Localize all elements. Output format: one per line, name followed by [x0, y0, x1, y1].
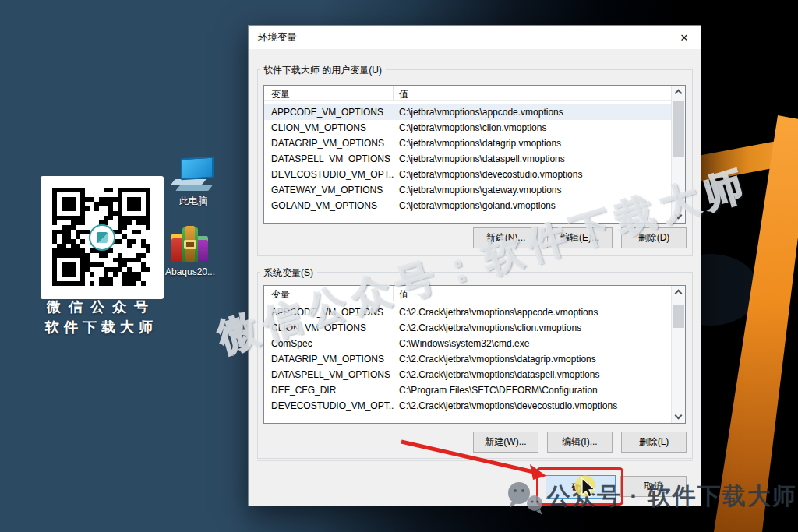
variable-row[interactable]: DATAGRIP_VM_OPTIONS C:\jetbra\vmoptions\…: [264, 136, 671, 151]
variable-value: C:\2.Crack\jetbra\vmoptions\devecostudio…: [394, 400, 671, 411]
dialog-titlebar[interactable]: 环境变量: [249, 26, 701, 49]
column-header-value[interactable]: 值: [394, 286, 671, 301]
variable-row[interactable]: ComSpec C:\Windows\system32\cmd.exe: [264, 336, 671, 351]
footer-separator: [257, 460, 693, 461]
system-variables-label: 系统变量(S): [260, 266, 317, 280]
user-variables-label: 软件下载大师 的用户变量(U): [260, 64, 386, 77]
scrollbar-thumb[interactable]: [673, 101, 684, 157]
variable-value: C:\jetbra\vmoptions\goland.vmoptions: [394, 200, 671, 211]
variable-value: C:\2.Crack\jetbra\vmoptions\dataspell.vm…: [394, 369, 671, 380]
scroll-down-icon[interactable]: [675, 412, 683, 420]
variable-value: C:\jetbra\vmoptions\clion.vmoptions: [394, 122, 671, 133]
scrollbar[interactable]: [671, 286, 685, 423]
qr-caption-line1: 微信公众号: [16, 298, 187, 316]
user-action-button[interactable]: 新建(N)...: [473, 227, 538, 248]
qr-code: [48, 184, 156, 291]
variable-value: C:\jetbra\vmoptions\gateway.vmoptions: [394, 185, 671, 196]
scroll-up-icon[interactable]: [675, 290, 683, 298]
variable-row[interactable]: DATASPELL_VM_OPTIONS C:\jetbra\vmoptions…: [264, 151, 671, 167]
user-variables-rows: APPCODE_VM_OPTIONS C:\jetbra\vmoptions\a…: [264, 101, 671, 213]
variable-value: C:\jetbra\vmoptions\dataspell.vmoptions: [394, 153, 671, 164]
scrollbar-thumb[interactable]: [673, 305, 684, 328]
system-action-button[interactable]: 删除(L): [621, 432, 687, 453]
user-variables-list[interactable]: 变量 值 APPCODE_VM_OPTIONS C:\jetbra\vmopti…: [263, 85, 686, 224]
variable-value: C:\2.Crack\jetbra\vmoptions\clion.vmopti…: [394, 322, 671, 333]
desktop-icon-label: 此电脑: [156, 195, 231, 208]
qr-caption-line2: 软件下载大师: [16, 318, 187, 336]
dialog-title: 环境变量: [249, 31, 297, 44]
desktop-screen: 微信公众号 软件下载大师 此电脑 Abaqus20... 环境变量 ✕ 软件下载…: [0, 0, 798, 532]
desktop-icon-label: Abaqus20...: [153, 266, 228, 277]
column-header-value[interactable]: 值: [394, 86, 671, 100]
scroll-up-icon[interactable]: [675, 90, 683, 97]
system-action-button[interactable]: 新建(W)...: [473, 432, 538, 453]
winrar-archive-icon: [170, 226, 210, 263]
variable-value: C:\jetbra\vmoptions\appcode.vmoptions: [394, 107, 671, 118]
variable-value: C:\2.Crack\jetbra\vmoptions\appcode.vmop…: [394, 307, 671, 318]
variable-row[interactable]: DEVECOSTUDIO_VM_OPT... C:\2.Crack\jetbra…: [264, 398, 671, 414]
qr-center-logo: [89, 224, 115, 251]
variable-value: C:\jetbra\vmoptions\devecostudio.vmoptio…: [394, 169, 671, 180]
variable-name: ComSpec: [264, 338, 394, 349]
variable-name: GOLAND_VM_OPTIONS: [264, 200, 394, 211]
system-variables-rows: APPCODE_VM_OPTIONS C:\2.Crack\jetbra\vmo…: [264, 301, 671, 414]
column-header-variable[interactable]: 变量: [264, 86, 394, 100]
cancel-button[interactable]: 取消: [620, 476, 687, 497]
variable-name: CLION_VM_OPTIONS: [264, 322, 394, 333]
variable-row[interactable]: GATEWAY_VM_OPTIONS C:\jetbra\vmoptions\g…: [264, 182, 671, 198]
variable-value: C:\jetbra\vmoptions\datagrip.vmoptions: [394, 138, 671, 149]
variable-row[interactable]: DEF_CFG_DIR C:\Program Files\SFTC\DEFORM…: [264, 382, 671, 398]
variable-name: DEVECOSTUDIO_VM_OPT...: [264, 400, 394, 411]
system-action-button[interactable]: 编辑(I)...: [547, 432, 613, 453]
scroll-down-icon[interactable]: [675, 212, 683, 220]
variable-name: DATAGRIP_VM_OPTIONS: [264, 138, 394, 149]
environment-variables-dialog: 环境变量 ✕ 软件下载大师 的用户变量(U) 变量 值 APPCODE_VM_O…: [248, 25, 701, 506]
variable-row[interactable]: APPCODE_VM_OPTIONS C:\2.Crack\jetbra\vmo…: [264, 305, 671, 320]
desktop-icon-abaqus-archive[interactable]: Abaqus20...: [153, 226, 228, 277]
variable-name: DATAGRIP_VM_OPTIONS: [264, 354, 394, 365]
user-variables-buttons: 新建(N)... 编辑(E)... 删除(D): [473, 227, 687, 248]
variable-name: APPCODE_VM_OPTIONS: [264, 107, 394, 118]
variable-name: GATEWAY_VM_OPTIONS: [264, 185, 394, 196]
close-icon[interactable]: ✕: [668, 26, 701, 49]
variable-name: CLION_VM_OPTIONS: [264, 122, 394, 133]
user-action-button[interactable]: 编辑(E)...: [547, 227, 613, 248]
variable-name: DATASPELL_VM_OPTIONS: [264, 369, 394, 380]
user-action-button[interactable]: 删除(D): [621, 227, 687, 248]
system-variables-buttons: 新建(W)... 编辑(I)... 删除(L): [473, 432, 687, 453]
variable-value: C:\Windows\system32\cmd.exe: [394, 338, 671, 349]
variable-row[interactable]: CLION_VM_OPTIONS C:\2.Crack\jetbra\vmopt…: [264, 320, 671, 336]
system-variables-list[interactable]: 变量 值 APPCODE_VM_OPTIONS C:\2.Crack\jetbr…: [263, 285, 686, 424]
list-header[interactable]: 变量 值: [264, 86, 671, 101]
variable-row[interactable]: DATAGRIP_VM_OPTIONS C:\2.Crack\jetbra\vm…: [264, 351, 671, 367]
variable-row[interactable]: CLION_VM_OPTIONS C:\jetbra\vmoptions\cli…: [264, 120, 671, 136]
variable-row[interactable]: DATASPELL_VM_OPTIONS C:\2.Crack\jetbra\v…: [264, 367, 671, 382]
variable-row[interactable]: GOLAND_VM_OPTIONS C:\jetbra\vmoptions\go…: [264, 198, 671, 213]
variable-row[interactable]: APPCODE_VM_OPTIONS C:\jetbra\vmoptions\a…: [264, 104, 671, 120]
this-pc-icon: [170, 157, 217, 192]
column-header-variable[interactable]: 变量: [264, 286, 394, 301]
variable-value: C:\2.Crack\jetbra\vmoptions\datagrip.vmo…: [394, 354, 671, 365]
variable-row[interactable]: DEVECOSTUDIO_VM_OPT... C:\jetbra\vmoptio…: [264, 167, 671, 182]
variable-name: DEF_CFG_DIR: [264, 385, 394, 396]
ok-button[interactable]: 确定: [546, 475, 616, 499]
list-header[interactable]: 变量 值: [264, 286, 671, 301]
variable-name: DATASPELL_VM_OPTIONS: [264, 153, 394, 164]
desktop-icon-this-pc[interactable]: 此电脑: [156, 157, 231, 208]
variable-value: C:\Program Files\SFTC\DEFORM\Configurati…: [394, 385, 671, 396]
variable-name: APPCODE_VM_OPTIONS: [264, 307, 394, 318]
scrollbar[interactable]: [671, 86, 685, 223]
variable-name: DEVECOSTUDIO_VM_OPT...: [264, 169, 394, 180]
qr-code-card: [41, 176, 164, 299]
